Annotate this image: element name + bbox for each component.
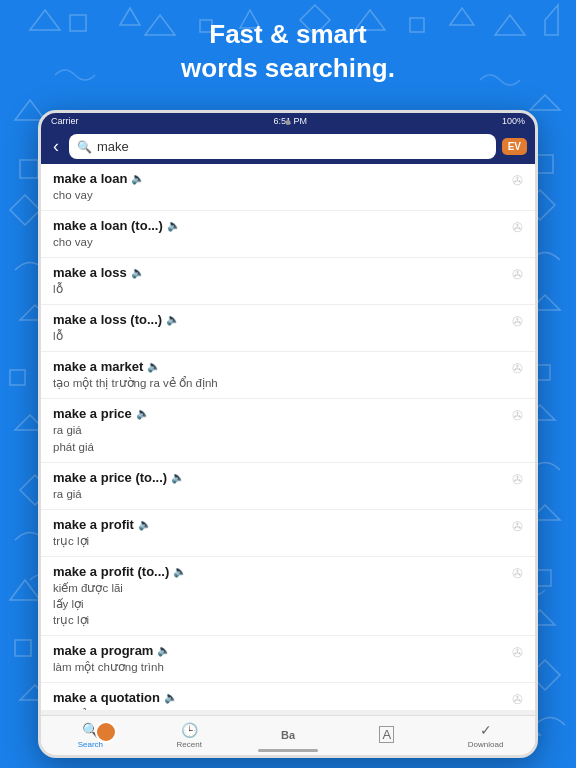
back-button[interactable]: ‹ xyxy=(49,136,63,157)
bookmark-icon[interactable]: ✇ xyxy=(512,519,523,534)
bookmark-icon[interactable]: ✇ xyxy=(512,692,523,707)
definition-label: cho vay xyxy=(53,234,506,250)
list-item[interactable]: make a price (to...) 🔈 ra giá ✇ xyxy=(41,463,535,510)
term-label: make a price (to...) 🔈 xyxy=(53,470,506,485)
list-item[interactable]: make a loss 🔈 lỗ ✇ xyxy=(41,258,535,305)
item-content: make a loan (to...) 🔈 cho vay xyxy=(53,218,506,250)
tab-download[interactable]: ✓ Download xyxy=(436,722,535,749)
tab-recent-label: Recent xyxy=(177,740,202,749)
bookmark-icon[interactable]: ✇ xyxy=(512,267,523,282)
phrase-tab-icon: A xyxy=(379,726,394,743)
definition-label: lỗ xyxy=(53,281,506,297)
notification-dot xyxy=(95,721,117,743)
bookmark-icon[interactable]: ✇ xyxy=(512,173,523,188)
tab-download-label: Download xyxy=(468,740,504,749)
list-item[interactable]: make a profit (to...) 🔈 kiếm được lãilấy… xyxy=(41,557,535,636)
tab-recent[interactable]: 🕒 Recent xyxy=(140,722,239,749)
camera-dot xyxy=(286,120,291,125)
definition-label: trục lợi xyxy=(53,533,506,549)
bookmark-icon[interactable]: ✇ xyxy=(512,361,523,376)
term-label: make a price 🔈 xyxy=(53,406,506,421)
search-bar[interactable]: 🔍 make xyxy=(69,134,496,159)
item-content: make a profit 🔈 trục lợi xyxy=(53,517,506,549)
bookmark-icon[interactable]: ✇ xyxy=(512,408,523,423)
item-content: make a price 🔈 ra giáphát giá xyxy=(53,406,506,454)
term-label: make a loss (to...) 🔈 xyxy=(53,312,506,327)
list-item[interactable]: make a loan (to...) 🔈 cho vay ✇ xyxy=(41,211,535,258)
bookmark-icon[interactable]: ✇ xyxy=(512,472,523,487)
term-label: make a loss 🔈 xyxy=(53,265,506,280)
download-tab-icon: ✓ xyxy=(480,722,492,738)
sound-icon[interactable]: 🔈 xyxy=(147,360,161,373)
list-item[interactable]: make a price 🔈 ra giáphát giá ✇ xyxy=(41,399,535,462)
term-label: make a market 🔈 xyxy=(53,359,506,374)
sound-icon[interactable]: 🔈 xyxy=(173,565,187,578)
item-content: make a loan 🔈 cho vay xyxy=(53,171,506,203)
nav-bar: ‹ 🔍 make EV xyxy=(41,129,535,164)
definition-label: ra giáphát giá xyxy=(53,422,506,454)
term-label: make a profit (to...) 🔈 xyxy=(53,564,506,579)
bookmark-icon[interactable]: ✇ xyxy=(512,220,523,235)
item-content: make a program 🔈 làm một chương trình xyxy=(53,643,506,675)
home-indicator xyxy=(258,749,318,752)
term-label: make a quotation 🔈 xyxy=(53,690,506,705)
list-item[interactable]: make a quotation 🔈 làm bản khai giá, báo… xyxy=(41,683,535,710)
sound-icon[interactable]: 🔈 xyxy=(157,644,171,657)
recent-tab-icon: 🕒 xyxy=(181,722,198,738)
sound-icon[interactable]: 🔈 xyxy=(136,407,150,420)
page-title: Fast & smart words searching. xyxy=(0,18,576,86)
search-icon: 🔍 xyxy=(77,140,92,154)
bookmark-icon[interactable]: ✇ xyxy=(512,566,523,581)
definition-label: làm một chương trình xyxy=(53,659,506,675)
list-item[interactable]: make a loss (to...) 🔈 lỗ ✇ xyxy=(41,305,535,352)
definition-label: kiếm được lãilấy lợitrục lợi xyxy=(53,580,506,628)
svg-rect-17 xyxy=(10,370,25,385)
sound-icon[interactable]: 🔈 xyxy=(166,313,180,326)
language-badge[interactable]: EV xyxy=(502,138,527,155)
list-item[interactable]: make a loan 🔈 cho vay ✇ xyxy=(41,164,535,211)
definition-label: lỗ xyxy=(53,328,506,344)
definition-label: ra giá xyxy=(53,486,506,502)
term-label: make a profit 🔈 xyxy=(53,517,506,532)
tab-dictionary[interactable]: Ba xyxy=(239,729,338,743)
sound-icon[interactable]: 🔈 xyxy=(131,266,145,279)
sound-icon[interactable]: 🔈 xyxy=(138,518,152,531)
device-frame: Carrier 6:51 PM 100% ‹ 🔍 make EV make a … xyxy=(38,110,538,758)
dictionary-list[interactable]: make a loan 🔈 cho vay ✇ make a loan (to.… xyxy=(41,164,535,710)
term-label: make a loan 🔈 xyxy=(53,171,506,186)
item-content: make a market 🔈 tạo một thị trường ra vẻ… xyxy=(53,359,506,391)
item-content: make a quotation 🔈 làm bản khai giá, báo… xyxy=(53,690,506,710)
sound-icon[interactable]: 🔈 xyxy=(131,172,145,185)
header-section: Fast & smart words searching. xyxy=(0,18,576,86)
svg-rect-21 xyxy=(15,640,31,656)
definition-label: tạo một thị trường ra vẻ ổn định xyxy=(53,375,506,391)
bookmark-icon[interactable]: ✇ xyxy=(512,645,523,660)
item-content: make a loss 🔈 lỗ xyxy=(53,265,506,297)
battery-label: 100% xyxy=(502,116,525,126)
list-item[interactable]: make a program 🔈 làm một chương trình ✇ xyxy=(41,636,535,683)
list-item[interactable]: make a profit 🔈 trục lợi ✇ xyxy=(41,510,535,557)
definition-label: làm bản khai giá, báo giá xyxy=(53,706,506,710)
carrier-label: Carrier xyxy=(51,116,79,126)
item-content: make a profit (to...) 🔈 kiếm được lãilấy… xyxy=(53,564,506,628)
svg-marker-23 xyxy=(530,95,560,110)
sound-icon[interactable]: 🔈 xyxy=(171,471,185,484)
search-input[interactable]: make xyxy=(97,139,488,154)
svg-marker-20 xyxy=(10,580,40,600)
list-item[interactable]: make a market 🔈 tạo một thị trường ra vẻ… xyxy=(41,352,535,399)
sound-icon[interactable]: 🔈 xyxy=(164,691,178,704)
dict-tab-icon: Ba xyxy=(281,729,295,741)
sound-icon[interactable]: 🔈 xyxy=(167,219,181,232)
bookmark-icon[interactable]: ✇ xyxy=(512,314,523,329)
term-label: make a loan (to...) 🔈 xyxy=(53,218,506,233)
item-content: make a loss (to...) 🔈 lỗ xyxy=(53,312,506,344)
svg-rect-14 xyxy=(20,160,38,178)
tab-search[interactable]: 🔍 Search xyxy=(41,722,140,749)
svg-marker-15 xyxy=(10,195,40,225)
term-label: make a program 🔈 xyxy=(53,643,506,658)
item-content: make a price (to...) 🔈 ra giá xyxy=(53,470,506,502)
definition-label: cho vay xyxy=(53,187,506,203)
tab-phrasebook[interactable]: A xyxy=(337,726,436,745)
